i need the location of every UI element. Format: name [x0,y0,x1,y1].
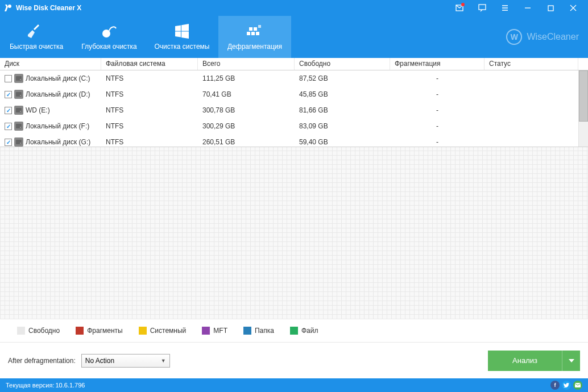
disk-icon [14,90,23,99]
svg-point-14 [20,95,21,96]
svg-rect-8 [249,27,252,31]
version-label: Текущая версия: [6,382,54,389]
col-free[interactable]: Свободно [295,58,390,70]
bottom-controls: After defragmentation: No Action ▼ Анали… [0,342,588,378]
svg-point-12 [20,79,21,80]
svg-rect-3 [548,6,553,11]
social-links: f [550,381,582,390]
twitter-icon[interactable] [562,381,571,390]
scrollbar-thumb[interactable] [579,70,588,122]
disk-name: Локальный диск (C:) [26,74,90,82]
disk-checkbox[interactable] [5,75,12,82]
disk-free: 87,52 GB [295,74,390,82]
app-icon [3,3,13,12]
tab-system-clean[interactable]: Очистка системы [146,16,218,58]
disk-total: 260,51 GB [198,138,295,146]
windows-icon [175,23,189,39]
disk-total: 111,25 GB [198,74,295,82]
disk-free: 45,85 GB [295,90,390,98]
col-disk[interactable]: Диск [0,58,101,70]
legend-label: Файл [301,327,318,335]
disk-checkbox[interactable] [5,139,12,146]
disk-checkbox[interactable] [5,123,12,130]
legend-swatch [290,327,298,335]
facebook-icon[interactable]: f [550,381,560,390]
menu-icon[interactable] [494,0,516,16]
disk-checkbox[interactable] [5,91,12,98]
after-defrag-select[interactable]: No Action ▼ [81,354,170,368]
svg-point-18 [20,127,21,128]
notifications-icon[interactable] [448,0,471,16]
after-defrag-label: After defragmentation: [8,357,76,365]
col-scroll-spacer [578,58,588,70]
legend-item: Фрагменты [76,327,123,335]
notification-badge [461,3,465,6]
legend-label: Фрагменты [87,327,123,335]
email-icon[interactable] [573,381,582,390]
legend-swatch [202,327,210,335]
svg-point-4 [102,30,110,37]
disk-icon [14,137,23,147]
svg-rect-6 [251,32,255,35]
svg-rect-2 [479,5,486,10]
analyze-button[interactable]: Анализ [488,351,580,371]
minimize-button[interactable] [516,0,539,16]
col-status[interactable]: Статус [485,58,578,70]
app-title: Wise Disk Cleaner X [16,4,81,12]
disk-table-header: Диск Файловая система Всего Свободно Фра… [0,58,588,70]
svg-rect-7 [256,32,259,35]
analyze-button-main[interactable]: Анализ [488,351,562,371]
disk-frag: - [390,74,485,82]
vertical-scrollbar[interactable] [578,70,588,147]
legend-label: MFT [213,327,227,335]
titlebar: Wise Disk Cleaner X [0,0,588,16]
table-row[interactable]: Локальный диск (F:)NTFS300,29 GB83,09 GB… [0,118,578,134]
tab-label: Быстрая очистка [10,43,63,51]
svg-rect-5 [247,32,250,35]
disk-total: 70,41 GB [198,90,295,98]
col-filesystem[interactable]: Файловая система [101,58,198,70]
legend-label: Системный [150,327,187,335]
statusbar: Текущая версия: 10.6.1.796 f [0,378,588,392]
disk-checkbox[interactable] [5,107,12,114]
tab-defrag[interactable]: Дефрагментация [218,16,291,58]
table-row[interactable]: Локальный диск (G:)NTFS260,51 GB59,40 GB… [0,134,578,147]
svg-point-20 [20,143,21,144]
legend-item: MFT [202,327,227,335]
disk-total: 300,78 GB [198,106,295,114]
table-row[interactable]: WD (E:)NTFS300,78 GB81,66 GB- [0,102,578,118]
svg-rect-9 [254,27,257,31]
defrag-visualization [0,147,588,319]
tab-label: Очистка системы [155,43,210,51]
disk-icon [14,106,23,115]
legend-swatch [17,327,25,335]
svg-point-16 [20,111,21,112]
disk-name: WD (E:) [26,106,50,114]
brand-name: WiseCleaner [527,32,579,42]
disk-name: Локальный диск (F:) [26,122,89,130]
tab-deep-clean[interactable]: Глубокая очистка [73,16,146,58]
disk-name: Локальный диск (G:) [26,138,90,146]
defrag-icon [247,23,263,39]
close-button[interactable] [562,0,585,16]
disk-free: 81,66 GB [295,106,390,114]
svg-rect-10 [258,25,261,28]
disk-fs: NTFS [101,122,198,130]
maximize-button[interactable] [539,0,562,16]
disk-icon [14,74,23,83]
disk-frag: - [390,122,485,130]
table-row[interactable]: Локальный диск (C:)NTFS111,25 GB87,52 GB… [0,70,578,86]
col-total[interactable]: Всего [198,58,295,70]
chevron-down-icon: ▼ [161,358,166,364]
table-row[interactable]: Локальный диск (D:)NTFS70,41 GB45,85 GB- [0,86,578,102]
col-fragmentation[interactable]: Фрагментация [390,58,485,70]
feedback-icon[interactable] [471,0,494,16]
disk-frag: - [390,106,485,114]
legend-label: Папка [255,327,274,335]
analyze-button-dropdown[interactable] [562,351,580,371]
broom-icon [28,23,45,39]
legend-item: Папка [243,327,274,335]
select-value: No Action [85,357,114,365]
tab-quick-clean[interactable]: Быстрая очистка [0,16,73,58]
disk-fs: NTFS [101,74,198,82]
